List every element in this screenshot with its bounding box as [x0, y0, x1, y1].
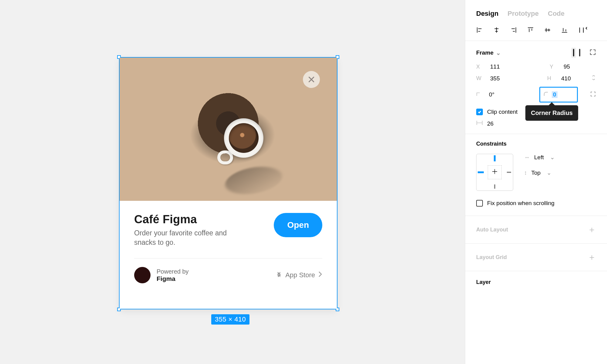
- properties-panel: Design Prototype Code Frame ⌄: [465, 0, 607, 364]
- corner-radius-icon: [543, 91, 549, 98]
- selection-dimensions-badge: 355 × 410: [211, 314, 249, 325]
- align-left-icon[interactable]: [476, 27, 483, 33]
- constraint-horizontal-dropdown[interactable]: ↔ Left ⌄: [524, 154, 555, 161]
- fix-position-label: Fix position when scrolling: [487, 200, 554, 207]
- frame-section: Frame ⌄ X 111 Y 95 W 355 H 410: [465, 41, 607, 134]
- chevron-down-icon: ⌄: [496, 49, 501, 56]
- chevron-right-icon: [318, 271, 322, 279]
- auto-layout-title: Auto Layout: [476, 227, 508, 233]
- app-store-label: App Store: [285, 271, 315, 279]
- panel-tabs: Design Prototype Code: [465, 0, 607, 24]
- brand-logo: [134, 267, 151, 283]
- app-store-link[interactable]: App Store: [275, 271, 322, 279]
- layer-title: Layer: [476, 279, 491, 285]
- align-v-center-icon[interactable]: [544, 27, 551, 33]
- constraint-vertical-dropdown[interactable]: ↕ Top ⌄: [524, 169, 555, 176]
- distribute-icon[interactable]: [578, 27, 588, 33]
- powered-by-label: Powered by: [157, 268, 189, 275]
- coffee-cup: [224, 118, 263, 158]
- card-title: Café Figma: [134, 213, 243, 226]
- tab-code[interactable]: Code: [548, 10, 565, 18]
- w-label: W: [476, 75, 483, 82]
- corner-radius-input[interactable]: 0 Corner Radius: [539, 87, 578, 103]
- app-store-icon: [275, 271, 282, 279]
- clip-content-label: Clip content: [487, 109, 517, 115]
- constraint-v-value: Top: [531, 170, 541, 176]
- tab-prototype[interactable]: Prototype: [507, 10, 539, 18]
- open-button-label: Open: [287, 220, 309, 230]
- align-right-icon[interactable]: [510, 27, 517, 33]
- constraints-widget[interactable]: [476, 154, 513, 191]
- open-button[interactable]: Open: [274, 213, 322, 237]
- spacing-icon: [476, 120, 483, 127]
- auto-layout-section[interactable]: Auto Layout ＋: [465, 216, 607, 244]
- hero-close-button[interactable]: [303, 71, 320, 88]
- constraints-section: Constraints ↔ Left ⌄ ↕ Top: [465, 134, 607, 216]
- brand-name: Figma: [157, 275, 189, 282]
- align-top-icon[interactable]: [527, 27, 534, 33]
- layout-grid-title: Layout Grid: [476, 254, 507, 261]
- chevron-down-icon: ⌄: [550, 154, 555, 161]
- constraint-h-value: Left: [534, 154, 544, 161]
- spacing-value[interactable]: 26: [487, 120, 493, 127]
- layout-grid-section[interactable]: Layout Grid ＋: [465, 244, 607, 271]
- orientation-portrait[interactable]: [571, 48, 576, 58]
- add-auto-layout-icon[interactable]: ＋: [588, 224, 596, 235]
- align-h-center-icon[interactable]: [493, 27, 500, 33]
- x-value[interactable]: 111: [490, 63, 507, 70]
- corner-radius-tooltip: Corner Radius: [525, 105, 578, 121]
- link-dimensions-icon[interactable]: [591, 74, 596, 83]
- fix-position-checkbox[interactable]: [476, 200, 483, 207]
- independent-corners-icon[interactable]: [590, 91, 596, 99]
- align-bottom-icon[interactable]: [561, 27, 568, 33]
- chevron-down-icon: ⌄: [547, 169, 551, 176]
- cup-shadow: [217, 166, 290, 195]
- y-label: Y: [550, 64, 556, 70]
- layer-section[interactable]: Layer: [465, 271, 607, 293]
- selected-frame[interactable]: Café Figma Order your favorite coffee an…: [120, 58, 337, 309]
- card-content: Café Figma Order your favorite coffee an…: [120, 201, 337, 309]
- rotation-icon: [476, 91, 482, 98]
- close-icon: [307, 76, 315, 83]
- orientation-landscape[interactable]: [579, 49, 580, 56]
- y-value[interactable]: 95: [564, 63, 580, 70]
- hero-image: [120, 58, 337, 201]
- frame-type-dropdown[interactable]: Frame ⌄: [476, 49, 501, 56]
- clip-content-checkbox[interactable]: [476, 109, 483, 115]
- tab-design[interactable]: Design: [476, 10, 498, 18]
- x-label: X: [476, 64, 483, 70]
- h-value[interactable]: 410: [561, 75, 578, 82]
- resize-to-fit-icon[interactable]: [589, 49, 596, 57]
- w-value[interactable]: 355: [490, 75, 507, 82]
- h-label: H: [547, 75, 554, 82]
- add-layout-grid-icon[interactable]: ＋: [588, 251, 596, 263]
- canvas-area[interactable]: Café Figma Order your favorite coffee an…: [0, 0, 465, 364]
- frame-type-label: Frame: [476, 49, 493, 56]
- card-description: Order your favorite coffee and snacks to…: [134, 228, 243, 247]
- corner-radius-value: 0: [552, 91, 558, 98]
- alignment-toolbar: [465, 24, 607, 41]
- rotation-value[interactable]: 0°: [489, 91, 505, 98]
- constraints-title: Constraints: [476, 141, 596, 147]
